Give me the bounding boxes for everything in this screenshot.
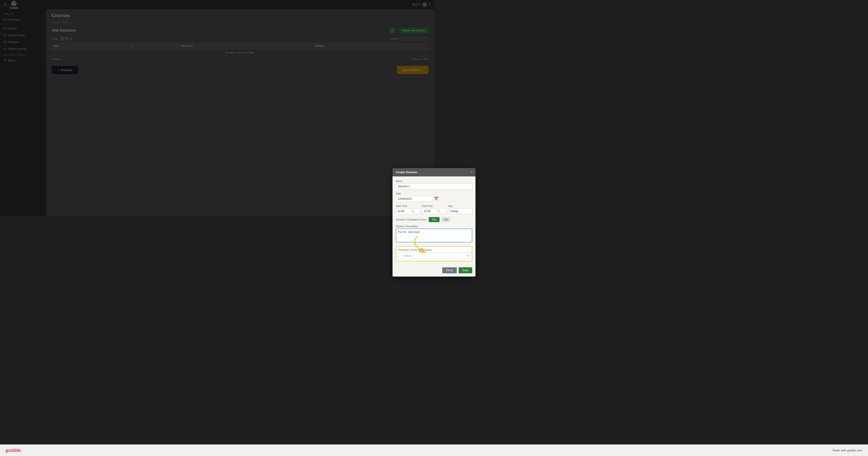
- name-label: Name: [396, 180, 434, 182]
- name-input[interactable]: [396, 183, 434, 189]
- modal-overlay: Create Session × Name Date 📅 Start: [0, 0, 434, 228]
- date-input[interactable]: [396, 196, 433, 202]
- start-time-input[interactable]: [396, 208, 410, 214]
- start-time-label: Start Time: [396, 205, 420, 207]
- end-time-input[interactable]: [422, 208, 434, 214]
- start-time-group: Start Time 🕐: [396, 205, 420, 214]
- date-label: Date: [396, 192, 434, 195]
- end-time-group: End Time 🕐: [422, 205, 434, 214]
- description-group: Session Description First session: [396, 225, 434, 228]
- feedback-row: Include in Feedback Forms Yes No: [396, 217, 434, 222]
- modal-body: Name Date 📅 Start Time 🕐: [393, 176, 434, 228]
- date-input-wrap: 📅: [396, 196, 434, 202]
- description-label: Session Description: [396, 225, 434, 228]
- time-row: Start Time 🕐 End Time 🕐 Day: [396, 205, 434, 214]
- end-time-label: End Time: [422, 205, 434, 207]
- toggle-yes-button[interactable]: Yes: [429, 217, 434, 222]
- start-time-input-wrap: 🕐: [396, 208, 420, 214]
- clock-icon: 🕐: [410, 209, 415, 214]
- name-group: Name: [396, 180, 434, 189]
- create-session-modal: Create Session × Name Date 📅 Start: [393, 168, 434, 228]
- feedback-label: Include in Feedback Forms: [396, 218, 426, 221]
- modal-title: Create Session: [396, 170, 417, 174]
- date-group: Date 📅: [396, 192, 434, 202]
- end-time-input-wrap: 🕐: [422, 208, 434, 214]
- modal-header: Create Session ×: [393, 168, 434, 176]
